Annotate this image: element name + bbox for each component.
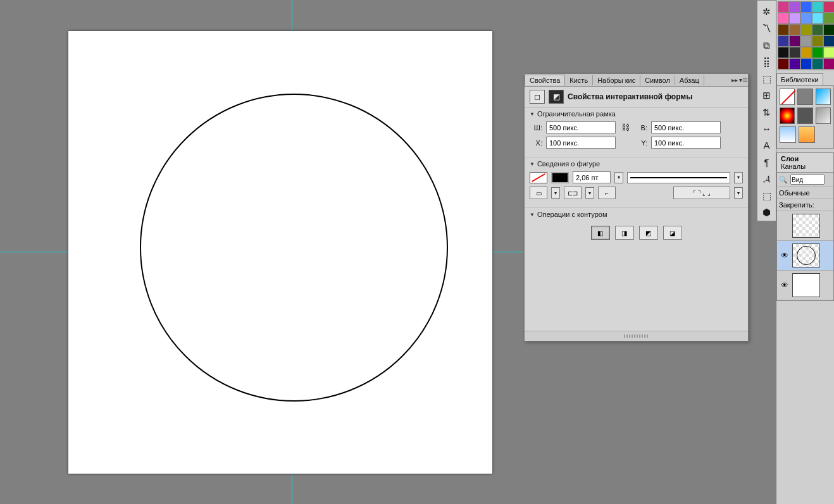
layer-row[interactable]: 👁: [777, 241, 833, 271]
pathop-subtract-button[interactable]: ◨: [615, 226, 634, 240]
color-swatch[interactable]: [812, 13, 823, 24]
color-swatch[interactable]: [778, 47, 789, 58]
link-wh-icon[interactable]: ⛓: [619, 123, 631, 132]
canvas-document[interactable]: [68, 31, 492, 474]
color-swatch[interactable]: [823, 24, 834, 35]
tool-icon[interactable]: ⬢: [759, 206, 775, 219]
libraries-tab[interactable]: Библиотеки: [776, 73, 823, 85]
lib-sky-swatch[interactable]: [780, 126, 796, 143]
blend-mode-select[interactable]: Обычные: [779, 189, 810, 197]
color-swatch[interactable]: [800, 47, 812, 58]
tool-icon[interactable]: ⬚: [759, 71, 775, 85]
swatches-panel[interactable]: [776, 0, 834, 71]
color-swatch[interactable]: [823, 47, 834, 58]
panel-tab[interactable]: Свойства: [525, 75, 565, 85]
tool-icon[interactable]: ⇅: [759, 105, 775, 119]
stroke-corners-button[interactable]: ⌐: [598, 187, 616, 199]
ellipse-shape[interactable]: [140, 94, 448, 402]
color-swatch[interactable]: [789, 13, 800, 24]
color-swatch[interactable]: [778, 1, 789, 13]
tool-icon[interactable]: ⧉: [759, 38, 775, 52]
color-swatch[interactable]: [778, 24, 789, 35]
layer-row[interactable]: 👁: [777, 271, 833, 300]
tool-icon[interactable]: ✲: [759, 4, 775, 18]
stroke-swatch[interactable]: [551, 172, 569, 183]
lib-gradient-swatch[interactable]: [816, 89, 831, 105]
lib-fire-swatch[interactable]: [780, 108, 795, 124]
width-input[interactable]: [546, 121, 616, 133]
y-input[interactable]: [651, 137, 721, 149]
color-swatch[interactable]: [800, 13, 812, 24]
color-swatch[interactable]: [812, 1, 823, 13]
layer-thumbnail[interactable]: [792, 273, 820, 297]
tool-icon[interactable]: ⊞: [759, 88, 775, 102]
color-swatch[interactable]: [812, 24, 823, 35]
color-swatch[interactable]: [800, 24, 812, 35]
color-swatch[interactable]: [778, 35, 789, 47]
tool-icon[interactable]: ⬚: [759, 188, 775, 202]
color-swatch[interactable]: [823, 58, 834, 70]
lib-none-icon[interactable]: [780, 89, 795, 105]
stroke-style-preview[interactable]: [627, 172, 730, 183]
height-input[interactable]: [651, 121, 721, 133]
layer-thumbnail[interactable]: [792, 243, 820, 267]
stroke-caps-button[interactable]: ⊏⊐: [564, 187, 582, 199]
color-swatch[interactable]: [823, 1, 834, 13]
tool-icon[interactable]: 〽: [759, 21, 775, 35]
panel-collapse-icon[interactable]: ▸▸: [730, 77, 739, 83]
layer-thumbnail[interactable]: [792, 214, 820, 238]
shape-bounds-icon[interactable]: ◻: [530, 90, 545, 104]
pathop-unite-button[interactable]: ◧: [591, 226, 610, 240]
color-swatch[interactable]: [800, 58, 812, 70]
stroke-style-dropdown[interactable]: ▾: [734, 172, 743, 183]
tool-icon[interactable]: ↔: [759, 121, 775, 135]
corner-radius-button[interactable]: ⌜ ⌝ ⌞ ⌟: [673, 187, 730, 199]
color-swatch[interactable]: [789, 58, 800, 70]
stroke-caps-dropdown[interactable]: ▾: [585, 187, 594, 199]
tool-icon[interactable]: A: [759, 138, 775, 152]
color-swatch[interactable]: [789, 1, 800, 13]
color-swatch[interactable]: [812, 47, 823, 58]
panel-menu-icon[interactable]: ▾☰: [739, 77, 748, 83]
panel-tab[interactable]: Наборы кис: [593, 75, 640, 85]
color-swatch[interactable]: [823, 35, 834, 47]
lib-gray-swatch[interactable]: [797, 89, 812, 105]
layer-search-input[interactable]: [790, 175, 825, 185]
panel-resize-grip[interactable]: [525, 331, 748, 341]
panel-tab[interactable]: Символ: [640, 75, 675, 85]
color-swatch[interactable]: [789, 47, 800, 58]
pathop-intersect-button[interactable]: ◩: [639, 226, 658, 240]
color-swatch[interactable]: [800, 1, 812, 13]
visibility-toggle-icon[interactable]: 👁: [780, 281, 790, 290]
tool-icon[interactable]: ⣿: [759, 54, 775, 68]
corner-radius-dropdown[interactable]: ▾: [734, 187, 743, 199]
color-swatch[interactable]: [789, 35, 800, 47]
stroke-width-input[interactable]: [573, 171, 611, 183]
stroke-width-dropdown[interactable]: ▾: [614, 172, 623, 183]
stroke-align-dropdown[interactable]: ▾: [551, 187, 560, 199]
section-bounds-header[interactable]: Ограничительная рамка: [530, 110, 743, 118]
lib-sunset-swatch[interactable]: [799, 126, 815, 143]
color-swatch[interactable]: [778, 13, 789, 24]
visibility-toggle-icon[interactable]: 👁: [780, 251, 790, 260]
color-swatch[interactable]: [800, 35, 812, 47]
shape-mask-icon[interactable]: ◩: [549, 90, 564, 104]
panel-tab[interactable]: Кисть: [565, 75, 593, 85]
x-input[interactable]: [546, 137, 616, 149]
tool-icon[interactable]: 𝓐: [759, 172, 775, 186]
search-icon[interactable]: 🔍: [779, 176, 788, 184]
color-swatch[interactable]: [812, 35, 823, 47]
section-pathops-header[interactable]: Операции с контуром: [530, 211, 743, 218]
color-swatch[interactable]: [823, 13, 834, 24]
channels-tab[interactable]: Каналы: [781, 163, 806, 170]
panel-tab[interactable]: Абзац: [675, 75, 704, 85]
lib-dark-swatch[interactable]: [797, 108, 812, 124]
lib-metal-swatch[interactable]: [816, 108, 831, 124]
fill-swatch[interactable]: [530, 172, 547, 183]
pathop-exclude-button[interactable]: ◪: [663, 226, 682, 240]
color-swatch[interactable]: [789, 24, 800, 35]
section-shape-header[interactable]: Сведения о фигуре: [530, 160, 743, 168]
layer-row[interactable]: [777, 211, 833, 241]
layers-tab[interactable]: Слои: [781, 155, 799, 163]
color-swatch[interactable]: [778, 58, 789, 70]
